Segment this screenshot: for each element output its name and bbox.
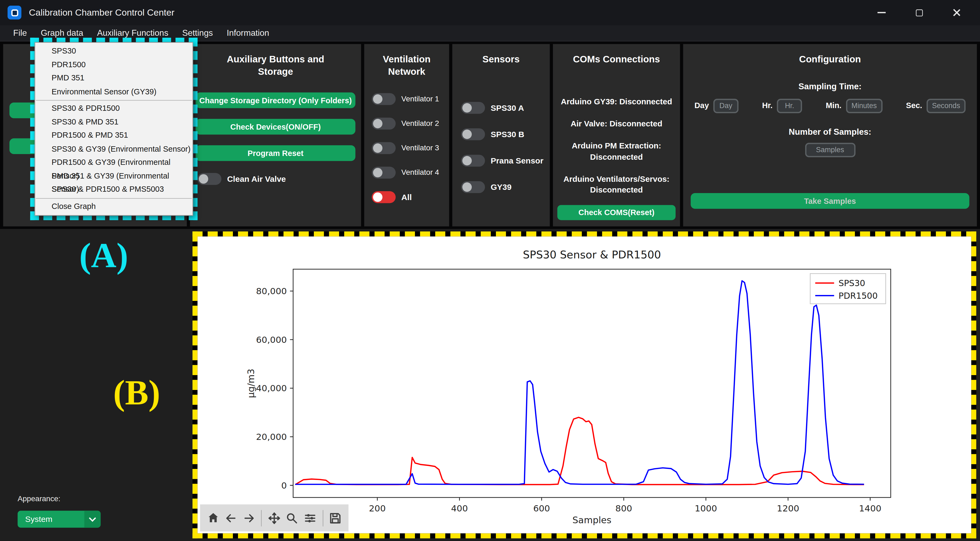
configuration-panel-title: Configuration [683, 44, 977, 65]
switch-knob [373, 192, 382, 202]
graph-menu-item[interactable]: PDR1500 & PMD 351 [35, 129, 192, 142]
home-icon[interactable] [205, 510, 221, 526]
line-chart: SPS30 Sensor & PDR1500020,00040,00060,00… [197, 236, 971, 532]
toolbar-separator [261, 510, 262, 526]
switch-knob [462, 130, 472, 139]
check-coms-button[interactable]: Check COMS(Reset) [557, 205, 676, 220]
prana-sensor-row: Prana Sensor [461, 153, 550, 168]
minutes-field-group: Min. [826, 99, 882, 113]
sampling-time-row: Day Hr. Min. Sec. [683, 99, 977, 113]
svg-text:400: 400 [451, 503, 468, 514]
svg-text:40,000: 40,000 [256, 383, 287, 393]
minutes-input[interactable] [846, 99, 882, 113]
svg-text:SPS30 Sensor & PDR1500: SPS30 Sensor & PDR1500 [523, 248, 661, 261]
hour-field-group: Hr. [762, 99, 802, 113]
back-icon[interactable] [223, 510, 239, 526]
change-storage-directory-button[interactable]: Change Storage Directory (Only Folders) [196, 92, 355, 108]
ventilator-1-label: Ventilator 1 [401, 94, 439, 103]
svg-text:1400: 1400 [859, 503, 881, 514]
gy39-switch[interactable] [461, 181, 485, 193]
sps30-b-switch[interactable] [461, 128, 485, 140]
switch-knob [373, 119, 382, 128]
toolbar-separator [323, 510, 323, 526]
check-devices-button[interactable]: Check Devices(ON/OFF) [196, 119, 355, 134]
graph-menu-item[interactable]: PMD 351 & GY39 (Environmental Sensor) [35, 169, 192, 183]
day-field-group: Day [694, 99, 738, 113]
switch-knob [462, 182, 472, 192]
pan-icon[interactable] [266, 510, 282, 526]
svg-text:200: 200 [369, 503, 386, 514]
svg-text:1200: 1200 [777, 503, 799, 514]
gy39-label: GY39 [490, 182, 512, 192]
menu-information[interactable]: Information [220, 25, 276, 41]
sps30-a-row: SPS30 A [461, 100, 550, 115]
menu-file[interactable]: File [6, 25, 33, 41]
sps30-b-row: SPS30 B [461, 127, 550, 142]
switch-knob [462, 156, 472, 165]
window-controls [870, 4, 972, 21]
minutes-label: Min. [826, 101, 841, 110]
seconds-input[interactable] [926, 99, 966, 113]
graph-area-highlight: SPS30 Sensor & PDR1500020,00040,00060,00… [192, 232, 976, 538]
appearance-label: Appearance: [18, 494, 60, 503]
ventilator-4-label: Ventilator 4 [401, 168, 439, 177]
graph-menu-item[interactable]: SPS30 & PDR1500 [35, 102, 192, 115]
clean-air-valve-label: Clean Air Valve [227, 174, 286, 183]
graph-menu-item[interactable]: SPS30 [35, 45, 192, 58]
minimize-button[interactable] [870, 4, 892, 21]
auxiliary-buttons: Change Storage Directory (Only Folders) … [190, 92, 361, 161]
menu-item-close-graph[interactable]: Close Graph [35, 200, 192, 213]
ventilator-4-row: Ventilator 4 [372, 165, 449, 180]
zoom-icon[interactable] [284, 510, 300, 526]
ventilator-3-switch[interactable] [372, 142, 396, 154]
forward-icon[interactable] [241, 510, 257, 526]
prana-sensor-label: Prana Sensor [490, 156, 543, 165]
program-reset-button[interactable]: Program Reset [196, 145, 355, 161]
switch-knob [462, 103, 472, 113]
sps30-b-label: SPS30 B [490, 130, 524, 139]
ventilator-2-label: Ventilator 2 [401, 119, 439, 128]
ventilator-3-label: Ventilator 3 [401, 143, 439, 152]
switch-knob [199, 174, 208, 183]
graph-menu-item[interactable]: SPS30 & PMD 351 [35, 115, 192, 129]
graph-menu-item[interactable]: Environmental Sensor (GY39) [35, 85, 192, 99]
ventilator-2-switch[interactable] [372, 117, 396, 129]
gy39-row: GY39 [461, 180, 550, 195]
svg-text:800: 800 [615, 503, 632, 514]
subplots-config-icon[interactable] [302, 510, 318, 526]
ventilator-4-switch[interactable] [372, 166, 396, 178]
graph-data-menu-highlight: SPS30 PDR1500 PMD 351 Environmental Sens… [30, 38, 197, 220]
prana-sensor-switch[interactable] [461, 154, 485, 166]
sampling-time-label: Sampling Time: [683, 81, 977, 91]
minimize-icon [877, 12, 885, 13]
app-window: Calibration Chamber Control Center File … [0, 0, 980, 541]
sensors-panel-title: Sensors [452, 44, 550, 65]
samples-input[interactable] [805, 143, 855, 157]
save-icon[interactable] [328, 510, 344, 526]
appearance-select[interactable]: System [18, 511, 100, 528]
ventilator-2-row: Ventilator 2 [372, 116, 449, 130]
coms-status-line: Air Valve: Disconnected [553, 118, 680, 129]
graph-menu-item[interactable]: PDR1500 & GY39 (Environmental Sensor) [35, 156, 192, 169]
graph-canvas[interactable]: SPS30 Sensor & PDR1500020,00040,00060,00… [197, 236, 971, 533]
graph-menu-item[interactable]: SPS30 & GY39 (Environmental Sensor) [35, 143, 192, 156]
graph-menu-item[interactable]: SPS30 & PDR1500 & PMS5003 [35, 183, 192, 197]
svg-text:20,000: 20,000 [256, 432, 287, 442]
app-logo-icon [11, 9, 18, 16]
maximize-button[interactable] [908, 4, 930, 21]
close-button[interactable] [946, 4, 967, 21]
menu-separator [36, 100, 192, 100]
seconds-label: Sec. [906, 101, 922, 110]
ventilator-1-switch[interactable] [372, 93, 396, 105]
hour-input[interactable] [777, 99, 802, 113]
clean-air-valve-switch[interactable] [197, 173, 221, 185]
all-ventilators-switch[interactable] [372, 191, 396, 203]
sps30-a-switch[interactable] [461, 102, 485, 114]
graph-menu-item[interactable]: PDR1500 [35, 58, 192, 72]
svg-text:60,000: 60,000 [256, 335, 287, 345]
ventilator-1-row: Ventilator 1 [372, 91, 449, 106]
svg-text:Samples: Samples [573, 515, 612, 525]
graph-menu-item[interactable]: PMD 351 [35, 72, 192, 85]
day-input[interactable] [713, 99, 738, 113]
take-samples-button[interactable]: Take Samples [690, 193, 969, 208]
